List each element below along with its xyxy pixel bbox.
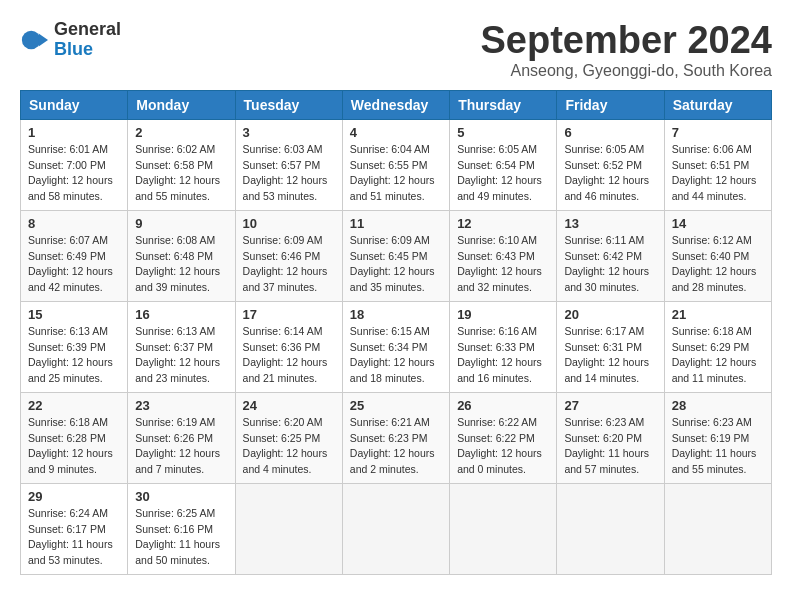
day-number: 3 — [243, 125, 335, 140]
calendar-cell: 11Sunrise: 6:09 AMSunset: 6:45 PMDayligh… — [342, 210, 449, 301]
day-info: Sunrise: 6:25 AMSunset: 6:16 PMDaylight:… — [135, 506, 227, 569]
calendar-cell: 18Sunrise: 6:15 AMSunset: 6:34 PMDayligh… — [342, 301, 449, 392]
day-number: 30 — [135, 489, 227, 504]
location-subtitle: Anseong, Gyeonggi-do, South Korea — [481, 62, 773, 80]
calendar-row: 8Sunrise: 6:07 AMSunset: 6:49 PMDaylight… — [21, 210, 772, 301]
day-info: Sunrise: 6:04 AMSunset: 6:55 PMDaylight:… — [350, 142, 442, 205]
day-info: Sunrise: 6:23 AMSunset: 6:20 PMDaylight:… — [564, 415, 656, 478]
calendar-cell: 21Sunrise: 6:18 AMSunset: 6:29 PMDayligh… — [664, 301, 771, 392]
day-number: 25 — [350, 398, 442, 413]
day-number: 24 — [243, 398, 335, 413]
calendar-row: 22Sunrise: 6:18 AMSunset: 6:28 PMDayligh… — [21, 392, 772, 483]
calendar-header-row: SundayMondayTuesdayWednesdayThursdayFrid… — [21, 90, 772, 119]
calendar-cell: 17Sunrise: 6:14 AMSunset: 6:36 PMDayligh… — [235, 301, 342, 392]
day-info: Sunrise: 6:16 AMSunset: 6:33 PMDaylight:… — [457, 324, 549, 387]
calendar-cell: 2Sunrise: 6:02 AMSunset: 6:58 PMDaylight… — [128, 119, 235, 210]
day-info: Sunrise: 6:17 AMSunset: 6:31 PMDaylight:… — [564, 324, 656, 387]
calendar-row: 29Sunrise: 6:24 AMSunset: 6:17 PMDayligh… — [21, 483, 772, 574]
day-info: Sunrise: 6:24 AMSunset: 6:17 PMDaylight:… — [28, 506, 120, 569]
day-number: 5 — [457, 125, 549, 140]
calendar-cell: 3Sunrise: 6:03 AMSunset: 6:57 PMDaylight… — [235, 119, 342, 210]
header-thursday: Thursday — [450, 90, 557, 119]
day-number: 22 — [28, 398, 120, 413]
calendar-cell: 12Sunrise: 6:10 AMSunset: 6:43 PMDayligh… — [450, 210, 557, 301]
day-number: 7 — [672, 125, 764, 140]
calendar-cell: 29Sunrise: 6:24 AMSunset: 6:17 PMDayligh… — [21, 483, 128, 574]
day-number: 26 — [457, 398, 549, 413]
day-info: Sunrise: 6:09 AMSunset: 6:45 PMDaylight:… — [350, 233, 442, 296]
calendar-cell: 6Sunrise: 6:05 AMSunset: 6:52 PMDaylight… — [557, 119, 664, 210]
day-number: 14 — [672, 216, 764, 231]
day-number: 6 — [564, 125, 656, 140]
header-wednesday: Wednesday — [342, 90, 449, 119]
calendar-cell: 26Sunrise: 6:22 AMSunset: 6:22 PMDayligh… — [450, 392, 557, 483]
day-number: 23 — [135, 398, 227, 413]
day-number: 12 — [457, 216, 549, 231]
day-number: 21 — [672, 307, 764, 322]
calendar-cell: 16Sunrise: 6:13 AMSunset: 6:37 PMDayligh… — [128, 301, 235, 392]
calendar-cell: 19Sunrise: 6:16 AMSunset: 6:33 PMDayligh… — [450, 301, 557, 392]
day-info: Sunrise: 6:18 AMSunset: 6:29 PMDaylight:… — [672, 324, 764, 387]
calendar-cell: 24Sunrise: 6:20 AMSunset: 6:25 PMDayligh… — [235, 392, 342, 483]
day-number: 18 — [350, 307, 442, 322]
day-number: 20 — [564, 307, 656, 322]
day-info: Sunrise: 6:01 AMSunset: 7:00 PMDaylight:… — [28, 142, 120, 205]
day-info: Sunrise: 6:07 AMSunset: 6:49 PMDaylight:… — [28, 233, 120, 296]
day-info: Sunrise: 6:14 AMSunset: 6:36 PMDaylight:… — [243, 324, 335, 387]
logo-text: General Blue — [54, 20, 121, 60]
calendar-cell — [664, 483, 771, 574]
header-monday: Monday — [128, 90, 235, 119]
calendar-cell: 25Sunrise: 6:21 AMSunset: 6:23 PMDayligh… — [342, 392, 449, 483]
logo-blue: Blue — [54, 40, 121, 60]
day-info: Sunrise: 6:13 AMSunset: 6:37 PMDaylight:… — [135, 324, 227, 387]
header-sunday: Sunday — [21, 90, 128, 119]
calendar-cell: 22Sunrise: 6:18 AMSunset: 6:28 PMDayligh… — [21, 392, 128, 483]
calendar-cell: 8Sunrise: 6:07 AMSunset: 6:49 PMDaylight… — [21, 210, 128, 301]
day-info: Sunrise: 6:23 AMSunset: 6:19 PMDaylight:… — [672, 415, 764, 478]
day-info: Sunrise: 6:20 AMSunset: 6:25 PMDaylight:… — [243, 415, 335, 478]
calendar-cell: 30Sunrise: 6:25 AMSunset: 6:16 PMDayligh… — [128, 483, 235, 574]
day-number: 13 — [564, 216, 656, 231]
day-info: Sunrise: 6:19 AMSunset: 6:26 PMDaylight:… — [135, 415, 227, 478]
month-title: September 2024 — [481, 20, 773, 62]
calendar-cell: 10Sunrise: 6:09 AMSunset: 6:46 PMDayligh… — [235, 210, 342, 301]
day-info: Sunrise: 6:09 AMSunset: 6:46 PMDaylight:… — [243, 233, 335, 296]
svg-marker-1 — [39, 33, 48, 46]
day-number: 9 — [135, 216, 227, 231]
day-info: Sunrise: 6:08 AMSunset: 6:48 PMDaylight:… — [135, 233, 227, 296]
day-number: 17 — [243, 307, 335, 322]
calendar-cell: 4Sunrise: 6:04 AMSunset: 6:55 PMDaylight… — [342, 119, 449, 210]
calendar-row: 15Sunrise: 6:13 AMSunset: 6:39 PMDayligh… — [21, 301, 772, 392]
day-number: 27 — [564, 398, 656, 413]
day-number: 15 — [28, 307, 120, 322]
day-info: Sunrise: 6:15 AMSunset: 6:34 PMDaylight:… — [350, 324, 442, 387]
calendar-table: SundayMondayTuesdayWednesdayThursdayFrid… — [20, 90, 772, 575]
day-number: 11 — [350, 216, 442, 231]
day-info: Sunrise: 6:05 AMSunset: 6:52 PMDaylight:… — [564, 142, 656, 205]
page-header: General Blue September 2024 Anseong, Gye… — [20, 20, 772, 80]
header-tuesday: Tuesday — [235, 90, 342, 119]
day-number: 8 — [28, 216, 120, 231]
day-number: 1 — [28, 125, 120, 140]
day-number: 2 — [135, 125, 227, 140]
calendar-cell — [450, 483, 557, 574]
header-friday: Friday — [557, 90, 664, 119]
calendar-cell: 28Sunrise: 6:23 AMSunset: 6:19 PMDayligh… — [664, 392, 771, 483]
day-info: Sunrise: 6:02 AMSunset: 6:58 PMDaylight:… — [135, 142, 227, 205]
calendar-cell: 13Sunrise: 6:11 AMSunset: 6:42 PMDayligh… — [557, 210, 664, 301]
day-number: 29 — [28, 489, 120, 504]
svg-point-0 — [22, 30, 41, 49]
day-info: Sunrise: 6:06 AMSunset: 6:51 PMDaylight:… — [672, 142, 764, 205]
calendar-cell — [342, 483, 449, 574]
day-info: Sunrise: 6:11 AMSunset: 6:42 PMDaylight:… — [564, 233, 656, 296]
day-info: Sunrise: 6:13 AMSunset: 6:39 PMDaylight:… — [28, 324, 120, 387]
header-saturday: Saturday — [664, 90, 771, 119]
calendar-cell: 9Sunrise: 6:08 AMSunset: 6:48 PMDaylight… — [128, 210, 235, 301]
day-number: 19 — [457, 307, 549, 322]
day-number: 28 — [672, 398, 764, 413]
calendar-row: 1Sunrise: 6:01 AMSunset: 7:00 PMDaylight… — [21, 119, 772, 210]
logo-general: General — [54, 20, 121, 40]
calendar-cell: 15Sunrise: 6:13 AMSunset: 6:39 PMDayligh… — [21, 301, 128, 392]
logo-icon — [20, 26, 48, 54]
title-block: September 2024 Anseong, Gyeonggi-do, Sou… — [481, 20, 773, 80]
